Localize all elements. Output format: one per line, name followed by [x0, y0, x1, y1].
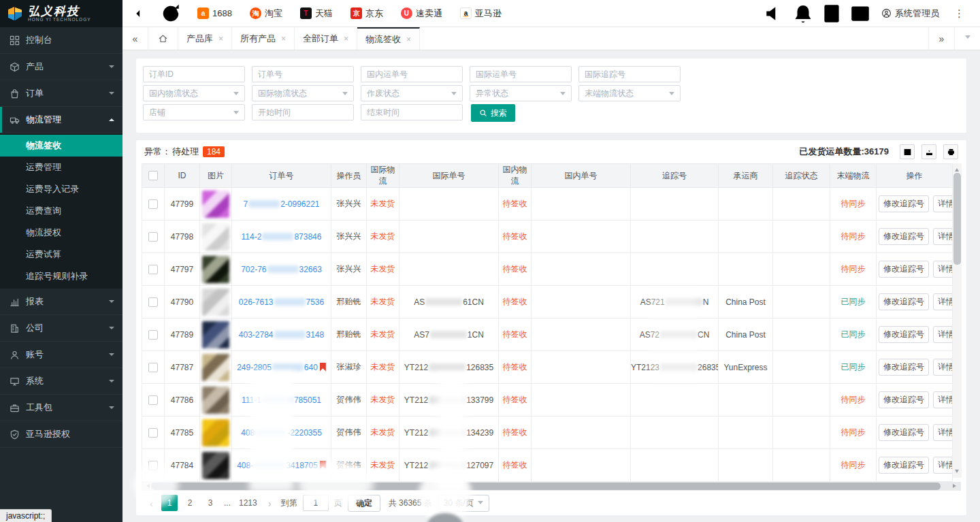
filter-select-异常状态[interactable]: 异常状态 [470, 85, 572, 101]
filter-select-作废状态[interactable]: 作废状态 [361, 85, 463, 101]
platform-link-taobao[interactable]: 淘淘宝 [250, 7, 282, 20]
tabs-dropdown-button[interactable] [954, 27, 980, 50]
scroll-left-arrow-icon[interactable] [144, 484, 150, 488]
row-checkbox[interactable] [148, 428, 158, 438]
product-image[interactable] [202, 452, 229, 479]
platform-link-jd[interactable]: 京京东 [350, 7, 383, 20]
sidebar-collapse-button[interactable] [133, 0, 157, 27]
search-button[interactable]: 搜索 [471, 104, 515, 122]
product-image[interactable] [202, 354, 229, 381]
detail-button[interactable]: 详情 [933, 261, 953, 278]
row-checkbox[interactable] [148, 363, 158, 372]
goto-page-input[interactable] [303, 495, 329, 511]
filter-input-开始时间[interactable] [252, 104, 354, 120]
order-number-link[interactable]: 249-2805640 [237, 363, 318, 372]
detail-button[interactable]: 详情 [933, 293, 953, 310]
tab-close-icon[interactable]: × [406, 35, 411, 44]
product-image[interactable] [202, 223, 229, 250]
horizontal-scrollbar-thumb[interactable] [151, 483, 941, 490]
product-image[interactable] [202, 387, 229, 414]
detail-button[interactable]: 详情 [933, 359, 953, 376]
product-image[interactable] [202, 191, 229, 218]
filter-input-国际追踪号[interactable] [578, 66, 681, 82]
order-number-link[interactable]: 408-2220355 [241, 428, 322, 438]
edit-tracking-button[interactable]: 修改追踪号 [879, 391, 929, 408]
product-image[interactable] [202, 289, 229, 316]
sidebar-item-工具包[interactable]: 工具包 [0, 395, 122, 421]
sidebar-item-公司[interactable]: 公司 [0, 315, 122, 342]
sidebar-item-账号[interactable]: 账号 [0, 342, 122, 368]
calculator-icon[interactable] [820, 0, 843, 27]
edit-tracking-button[interactable]: 修改追踪号 [879, 424, 929, 441]
per-page-select[interactable]: 30 条/页 [438, 495, 489, 512]
page-button-3[interactable]: 3 [202, 495, 218, 511]
support-icon[interactable] [849, 0, 872, 27]
sidebar-item-系统[interactable]: 系统 [0, 368, 122, 395]
brand-logo[interactable]: 弘义科技 HONG YI TECHNOLOGY [0, 0, 122, 27]
tab-close-icon[interactable]: × [218, 34, 223, 44]
platform-link-tmall[interactable]: T天猫 [300, 7, 333, 20]
filter-select-店铺[interactable]: 店铺 [143, 104, 245, 120]
order-number-link[interactable]: 026-76137536 [239, 297, 324, 307]
mute-icon[interactable] [763, 0, 786, 27]
row-checkbox[interactable] [148, 199, 158, 209]
scroll-right-arrow-icon[interactable] [953, 484, 958, 488]
order-number-link[interactable]: 111-1785051 [242, 395, 321, 405]
order-number-link[interactable]: 702-7632663 [241, 265, 322, 274]
order-number-link[interactable]: 408-3418705 [237, 461, 318, 470]
sidebar-item-产品[interactable]: 产品 [0, 54, 122, 80]
platform-link-amazon[interactable]: a亚马逊 [460, 7, 502, 20]
edit-tracking-button[interactable]: 修改追踪号 [879, 457, 929, 474]
sidebar-item-亚马逊授权[interactable]: 亚马逊授权 [0, 421, 122, 448]
sidebar-subitem-物流授权[interactable]: 物流授权 [0, 222, 122, 244]
filter-select-末端物流状态[interactable]: 末端物流状态 [578, 85, 681, 101]
select-all-checkbox[interactable] [148, 171, 158, 180]
order-number-link[interactable]: 114-2873846 [242, 232, 322, 242]
platform-link-aliexpress[interactable]: U速卖通 [401, 7, 442, 20]
detail-button[interactable]: 详情 [933, 228, 953, 245]
scroll-down-arrow-icon[interactable] [955, 470, 959, 475]
filter-input-订单号[interactable] [252, 66, 354, 82]
filter-input-订单ID[interactable] [143, 66, 245, 82]
detail-button[interactable]: 详情 [933, 195, 953, 212]
edit-tracking-button[interactable]: 修改追踪号 [879, 261, 929, 278]
sidebar-subitem-追踪号规则补录[interactable]: 追踪号规则补录 [0, 265, 122, 287]
filter-select-国内物流状态[interactable]: 国内物流状态 [143, 85, 245, 101]
filter-select-国际物流状态[interactable]: 国际物流状态 [252, 85, 354, 101]
sidebar-item-控制台[interactable]: 控制台 [0, 27, 122, 54]
page-button-1[interactable]: 1 [161, 495, 178, 511]
page-button-1213[interactable]: 1213 [236, 495, 260, 511]
tabs-scroll-left-button[interactable]: « [122, 27, 148, 50]
sidebar-item-物流管理[interactable]: 物流管理 [0, 107, 122, 133]
product-image[interactable] [202, 321, 229, 348]
sidebar-item-订单[interactable]: 订单 [0, 80, 122, 107]
edit-tracking-button[interactable]: 修改追踪号 [879, 359, 929, 376]
product-image[interactable] [202, 419, 229, 446]
tab-所有产品[interactable]: 所有产品× [232, 27, 295, 50]
filter-input-结束时间[interactable] [361, 104, 463, 120]
row-checkbox[interactable] [148, 265, 158, 274]
sidebar-subitem-运费试算[interactable]: 运费试算 [0, 244, 122, 265]
edit-tracking-button[interactable]: 修改追踪号 [879, 228, 929, 245]
tab-close-icon[interactable]: × [344, 34, 348, 44]
vertical-scrollbar-thumb[interactable] [953, 173, 961, 265]
product-image[interactable] [202, 256, 229, 283]
sidebar-item-报表[interactable]: 报表 [0, 289, 122, 315]
tab-物流签收[interactable]: 物流签收× [357, 27, 420, 50]
filter-input-国际运单号[interactable] [470, 66, 572, 82]
detail-button[interactable]: 详情 [933, 326, 953, 343]
tab-全部订单[interactable]: 全部订单× [295, 27, 357, 50]
home-tab[interactable] [148, 27, 178, 50]
next-page-button[interactable]: › [264, 497, 276, 509]
platform-link-1688[interactable]: a1688 [197, 7, 232, 19]
row-checkbox[interactable] [148, 297, 158, 307]
page-button-2[interactable]: 2 [182, 495, 198, 511]
tab-close-icon[interactable]: × [281, 34, 286, 44]
edit-tracking-button[interactable]: 修改追踪号 [879, 326, 929, 343]
prev-page-button[interactable]: ‹ [146, 497, 157, 509]
detail-button[interactable]: 详情 [933, 457, 953, 474]
sidebar-subitem-运费导入记录[interactable]: 运费导入记录 [0, 178, 122, 200]
tab-产品库[interactable]: 产品库× [178, 27, 232, 50]
pending-count-badge[interactable]: 184 [203, 146, 225, 157]
vertical-scrollbar[interactable] [953, 163, 962, 478]
